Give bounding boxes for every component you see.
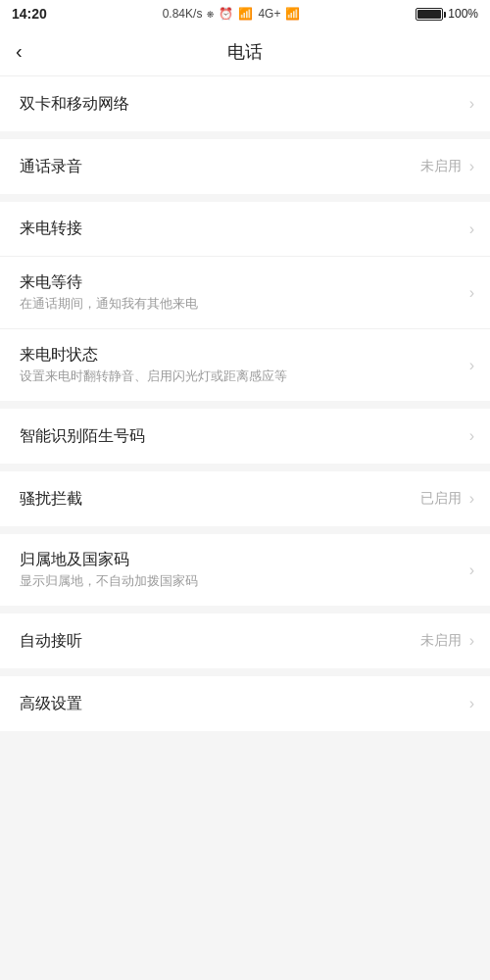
settings-item-right-call-forwarding: › bbox=[467, 220, 474, 238]
settings-item-right-advanced-settings: › bbox=[467, 695, 474, 712]
settings-item-right-call-status: › bbox=[467, 357, 474, 374]
settings-section-section1: 双卡和移动网络› bbox=[0, 76, 490, 131]
settings-item-right-call-waiting: › bbox=[467, 284, 474, 302]
page-header: ‹ 电话 bbox=[0, 27, 490, 76]
settings-item-title-call-recording: 通话录音 bbox=[20, 157, 420, 177]
back-icon: ‹ bbox=[16, 40, 23, 63]
chevron-icon-dual-sim: › bbox=[469, 95, 474, 113]
chevron-icon-call-recording: › bbox=[469, 158, 474, 175]
settings-item-subtitle-call-waiting: 在通话期间，通知我有其他来电 bbox=[20, 296, 467, 313]
status-bar: 14:20 0.84K/s ⎈ ⏰ 📶 4G+ 📶 100% bbox=[0, 0, 490, 27]
status-center: 0.84K/s ⎈ ⏰ 📶 4G+ 📶 bbox=[163, 7, 301, 21]
battery-icon bbox=[416, 7, 443, 21]
settings-item-call-forwarding[interactable]: 来电转接› bbox=[0, 202, 490, 257]
settings-section-section6: 归属地及国家码显示归属地，不自动加拨国家码› bbox=[0, 534, 490, 606]
signal-icon2: 📶 bbox=[285, 7, 300, 21]
settings-item-title-attribution: 归属地及国家码 bbox=[20, 550, 467, 570]
settings-item-call-waiting[interactable]: 来电等待在通话期间，通知我有其他来电› bbox=[0, 257, 490, 329]
settings-item-call-status[interactable]: 来电时状态设置来电时翻转静音、启用闪光灯或距离感应等› bbox=[0, 329, 490, 401]
network-type: 4G+ bbox=[258, 7, 280, 21]
settings-item-harassment-block[interactable]: 骚扰拦截已启用› bbox=[0, 471, 490, 526]
settings-item-left-harassment-block: 骚扰拦截 bbox=[20, 489, 420, 510]
chevron-icon-smart-identify: › bbox=[469, 427, 474, 445]
settings-item-subtitle-attribution: 显示归属地，不自动加拨国家码 bbox=[20, 573, 467, 590]
chevron-icon-attribution: › bbox=[469, 562, 474, 579]
settings-item-title-call-status: 来电时状态 bbox=[20, 345, 467, 366]
network-speed: 0.84K/s bbox=[163, 7, 203, 21]
settings-section-section3: 来电转接›来电等待在通话期间，通知我有其他来电›来电时状态设置来电时翻转静音、启… bbox=[0, 202, 490, 401]
settings-section-section4: 智能识别陌生号码› bbox=[0, 409, 490, 464]
settings-item-title-call-forwarding: 来电转接 bbox=[20, 219, 467, 239]
settings-item-left-auto-answer: 自动接听 bbox=[20, 631, 420, 652]
page-title: 电话 bbox=[227, 40, 263, 64]
status-time: 14:20 bbox=[12, 6, 47, 22]
settings-item-right-smart-identify: › bbox=[467, 427, 474, 445]
settings-item-title-harassment-block: 骚扰拦截 bbox=[20, 489, 420, 510]
settings-item-advanced-settings[interactable]: 高级设置› bbox=[0, 676, 490, 731]
settings-item-title-smart-identify: 智能识别陌生号码 bbox=[20, 426, 467, 447]
settings-item-right-call-recording: 未启用› bbox=[420, 158, 474, 175]
settings-item-left-advanced-settings: 高级设置 bbox=[20, 694, 467, 714]
settings-item-left-call-forwarding: 来电转接 bbox=[20, 219, 467, 239]
chevron-icon-call-status: › bbox=[469, 357, 474, 374]
settings-item-left-call-status: 来电时状态设置来电时翻转静音、启用闪光灯或距离感应等 bbox=[20, 345, 467, 385]
status-label-call-recording: 未启用 bbox=[420, 158, 462, 175]
settings-item-left-call-recording: 通话录音 bbox=[20, 157, 420, 177]
settings-item-left-call-waiting: 来电等待在通话期间，通知我有其他来电 bbox=[20, 272, 467, 313]
settings-item-title-dual-sim: 双卡和移动网络 bbox=[20, 94, 467, 115]
bluetooth-icon: ⎈ bbox=[207, 7, 214, 21]
chevron-icon-call-waiting: › bbox=[469, 284, 474, 302]
battery-percent: 100% bbox=[448, 7, 478, 21]
settings-item-right-auto-answer: 未启用› bbox=[420, 632, 474, 650]
settings-section-section8: 高级设置› bbox=[0, 676, 490, 731]
settings-item-title-auto-answer: 自动接听 bbox=[20, 631, 420, 652]
settings-item-auto-answer[interactable]: 自动接听未启用› bbox=[0, 613, 490, 668]
settings-section-section5: 骚扰拦截已启用› bbox=[0, 471, 490, 526]
settings-item-title-call-waiting: 来电等待 bbox=[20, 272, 467, 293]
settings-container: 双卡和移动网络›通话录音未启用›来电转接›来电等待在通话期间，通知我有其他来电›… bbox=[0, 76, 490, 731]
settings-item-right-attribution: › bbox=[467, 562, 474, 579]
chevron-icon-harassment-block: › bbox=[469, 490, 474, 508]
settings-item-left-dual-sim: 双卡和移动网络 bbox=[20, 94, 467, 115]
status-label-auto-answer: 未启用 bbox=[420, 632, 462, 650]
settings-item-dual-sim[interactable]: 双卡和移动网络› bbox=[0, 76, 490, 131]
back-button[interactable]: ‹ bbox=[16, 40, 23, 63]
settings-item-subtitle-call-status: 设置来电时翻转静音、启用闪光灯或距离感应等 bbox=[20, 368, 467, 385]
settings-item-right-harassment-block: 已启用› bbox=[420, 490, 474, 508]
settings-section-section7: 自动接听未启用› bbox=[0, 613, 490, 668]
status-right: 100% bbox=[416, 7, 478, 21]
settings-item-left-smart-identify: 智能识别陌生号码 bbox=[20, 426, 467, 447]
chevron-icon-auto-answer: › bbox=[469, 632, 474, 650]
status-label-harassment-block: 已启用 bbox=[420, 490, 462, 508]
chevron-icon-advanced-settings: › bbox=[469, 695, 474, 712]
settings-item-right-dual-sim: › bbox=[467, 95, 474, 113]
signal-icon: 📶 bbox=[238, 7, 253, 21]
alarm-icon: ⏰ bbox=[219, 7, 233, 21]
settings-section-section2: 通话录音未启用› bbox=[0, 139, 490, 194]
settings-item-left-attribution: 归属地及国家码显示归属地，不自动加拨国家码 bbox=[20, 550, 467, 590]
settings-item-title-advanced-settings: 高级设置 bbox=[20, 694, 467, 714]
settings-item-call-recording[interactable]: 通话录音未启用› bbox=[0, 139, 490, 194]
settings-item-smart-identify[interactable]: 智能识别陌生号码› bbox=[0, 409, 490, 464]
chevron-icon-call-forwarding: › bbox=[469, 220, 474, 238]
settings-item-attribution[interactable]: 归属地及国家码显示归属地，不自动加拨国家码› bbox=[0, 534, 490, 606]
